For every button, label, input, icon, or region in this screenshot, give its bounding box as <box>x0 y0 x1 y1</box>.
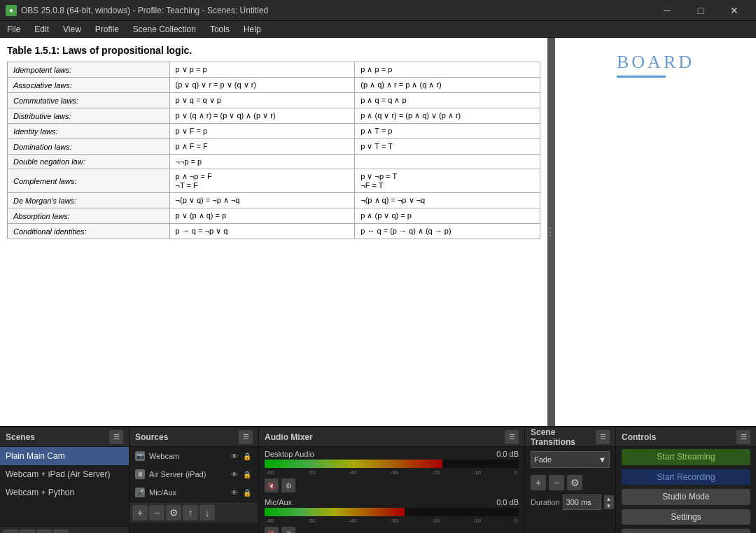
audio-panel: Audio Mixer ☰ Desktop Audio 0.0 dB -60-5… <box>259 427 525 533</box>
move-source-down-button[interactable]: ↓ <box>200 505 215 520</box>
audio-meter-fill <box>265 508 405 516</box>
audio-mute-button[interactable]: 🔇 <box>265 527 279 533</box>
add-source-button[interactable]: + <box>132 505 148 520</box>
move-scene-up-button[interactable]: ↑ <box>36 530 52 534</box>
scene-list: Plain Main CamWebcam + iPad (Air Server)… <box>0 447 129 526</box>
duration-label: Duration <box>531 498 560 506</box>
sources-panel-header: Sources ☰ <box>130 427 258 447</box>
audio-mute-button[interactable]: 🔇 <box>265 478 279 492</box>
audio-channel: Desktop Audio 0.0 dB -60-50-40-30-20-100… <box>259 447 524 495</box>
scenes-panel-footer: + − ↑ ↓ <box>0 526 129 533</box>
channel-db: 0.0 dB <box>496 450 519 458</box>
channel-db: 0.0 dB <box>496 498 519 506</box>
source-list: 📷 Webcam 👁 🔒 🖥 Air Server (iPad) 👁 🔒 🎤 M… <box>130 447 258 502</box>
audio-channel: Mic/Aux 0.0 dB -60-50-40-30-20-100 🔇 ⚙ <box>259 495 524 533</box>
table-title: Table 1.5.1: Laws of propositional logic… <box>7 45 540 56</box>
audio-options-button[interactable]: ☰ <box>505 430 519 444</box>
menu-bar: File Edit View Profile Scene Collection … <box>0 21 756 38</box>
source-visibility-button[interactable]: 👁 <box>229 469 240 480</box>
source-visibility-button[interactable]: 👁 <box>229 487 240 498</box>
scenes-panel-header: Scenes ☰ <box>0 427 129 447</box>
board-text: BOARD <box>617 52 694 73</box>
source-list-item[interactable]: 🖥 Air Server (iPad) 👁 🔒 <box>130 465 258 483</box>
audio-settings-button[interactable]: ⚙ <box>281 527 295 533</box>
remove-source-button[interactable]: − <box>149 505 164 520</box>
scene-list-item[interactable]: Webcam + iPad (Air Server) <box>0 465 129 483</box>
audio-panel-header: Audio Mixer ☰ <box>259 427 524 447</box>
sources-panel: Sources ☰ 📷 Webcam 👁 🔒 🖥 Air Server (iPa… <box>130 427 259 533</box>
menu-tools[interactable]: Tools <box>203 21 237 38</box>
configure-transition-button[interactable]: ⚙ <box>567 475 582 490</box>
window-controls: ─ □ ✕ <box>651 0 750 21</box>
remove-scene-button[interactable]: − <box>20 530 35 534</box>
source-lock-button[interactable]: 🔒 <box>241 469 253 480</box>
audio-meter-bar <box>265 508 519 516</box>
audio-channel-controls: 🔇 ⚙ <box>265 478 519 492</box>
add-transition-button[interactable]: + <box>531 475 546 490</box>
controls-panel-title: Controls <box>622 432 656 442</box>
menu-profile[interactable]: Profile <box>88 21 126 38</box>
menu-view[interactable]: View <box>56 21 88 38</box>
sources-panel-footer: + − ⚙ ↑ ↓ <box>130 502 258 523</box>
start-streaming-button[interactable]: Start Streaming <box>622 449 750 465</box>
audio-channels: Desktop Audio 0.0 dB -60-50-40-30-20-100… <box>259 447 524 533</box>
duration-input[interactable] <box>563 495 601 510</box>
sources-options-button[interactable]: ☰ <box>239 430 253 444</box>
settings-button[interactable]: Settings <box>622 509 750 525</box>
source-list-item[interactable]: 📷 Webcam 👁 🔒 <box>130 447 258 465</box>
title-bar: ● OBS 25.0.8 (64-bit, windows) - Profile… <box>0 0 756 21</box>
menu-scene-collection[interactable]: Scene Collection <box>126 21 203 38</box>
audio-settings-button[interactable]: ⚙ <box>281 478 295 492</box>
audio-channel-controls: 🔇 ⚙ <box>265 527 519 533</box>
audio-meter-scale: -60-50-40-30-20-100 <box>265 518 519 524</box>
preview-main: Table 1.5.1: Laws of propositional logic… <box>0 38 547 426</box>
add-scene-button[interactable]: + <box>3 530 18 534</box>
start-recording-button[interactable]: Start Recording <box>622 469 750 485</box>
menu-file[interactable]: File <box>0 21 27 38</box>
source-action-buttons: 👁 🔒 <box>229 469 253 480</box>
source-lock-button[interactable]: 🔒 <box>241 487 253 498</box>
controls-panel-icons: ☰ <box>736 430 750 444</box>
studio-mode-button[interactable]: Studio Mode <box>622 489 750 505</box>
preview-board: BOARD <box>553 38 756 426</box>
transitions-options-button[interactable]: ☰ <box>596 430 610 444</box>
window-title: OBS 25.0.8 (64-bit, windows) - Profile: … <box>21 6 651 15</box>
source-list-item[interactable]: 🎤 Mic/Aux 👁 🔒 <box>130 483 258 502</box>
source-name-label: Webcam <box>149 452 225 460</box>
scene-list-item[interactable]: Plain Main Cam <box>0 447 129 465</box>
panel-separator[interactable] <box>547 38 553 426</box>
source-action-buttons: 👁 🔒 <box>229 450 253 462</box>
audio-meter-bar <box>265 460 519 468</box>
bottom-panels: Scenes ☰ Plain Main CamWebcam + iPad (Ai… <box>0 426 756 533</box>
menu-help[interactable]: Help <box>237 21 268 38</box>
source-action-buttons: 👁 🔒 <box>229 487 253 498</box>
canvas-area: Table 1.5.1: Laws of propositional logic… <box>0 38 756 426</box>
duration-increment-button[interactable]: ▲ <box>604 495 614 502</box>
menu-edit[interactable]: Edit <box>27 21 56 38</box>
move-scene-down-button[interactable]: ↓ <box>53 530 69 534</box>
board-underline <box>617 76 666 78</box>
audio-panel-icons: ☰ <box>505 430 519 444</box>
transitions-panel-title: Scene Transitions <box>531 427 596 447</box>
remove-transition-button[interactable]: − <box>549 475 564 490</box>
scene-list-item[interactable]: Webcam + Python <box>0 483 129 502</box>
sources-panel-icons: ☰ <box>239 430 253 444</box>
minimize-button[interactable]: ─ <box>651 0 683 21</box>
audio-meter-fill <box>265 460 442 468</box>
source-visibility-button[interactable]: 👁 <box>229 450 240 462</box>
source-settings-button[interactable]: ⚙ <box>166 505 181 520</box>
transition-type-label: Fade <box>534 455 552 464</box>
controls-options-button[interactable]: ☰ <box>736 430 750 444</box>
duration-spinner: ▲ ▼ <box>604 495 614 509</box>
channel-name: Mic/Aux <box>265 498 292 506</box>
scenes-options-button[interactable]: ☰ <box>109 430 123 444</box>
close-button[interactable]: ✕ <box>718 0 750 21</box>
move-source-up-button[interactable]: ↑ <box>183 505 198 520</box>
screen-icon: 🖥 <box>135 469 145 479</box>
source-lock-button[interactable]: 🔒 <box>241 450 253 462</box>
logic-table-container: Table 1.5.1: Laws of propositional logic… <box>7 45 540 239</box>
exit-button[interactable]: Exit <box>622 529 750 533</box>
transition-type-select[interactable]: Fade ▼ <box>531 451 610 468</box>
maximize-button[interactable]: □ <box>685 0 717 21</box>
duration-decrement-button[interactable]: ▼ <box>604 502 614 509</box>
